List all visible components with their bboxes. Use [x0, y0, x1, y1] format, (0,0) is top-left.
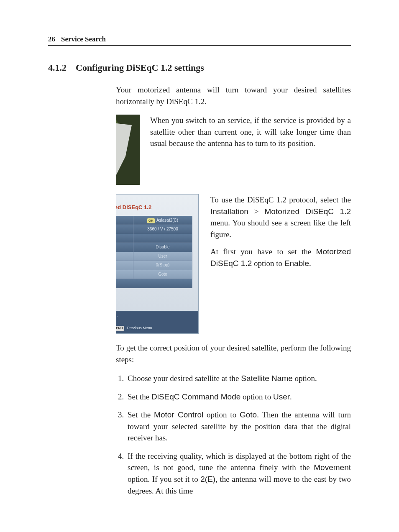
ui-value — [133, 234, 192, 243]
subsection-heading: 4.1.2 Configuring DiSEqC 1.2 settings — [48, 62, 351, 73]
ui-label: Service Search — [116, 279, 192, 288]
steps-list: Choose your desired satellite at the Sat… — [126, 373, 351, 496]
ui-value: Goto — [133, 270, 192, 279]
text: option to — [240, 392, 273, 401]
text: option. — [293, 374, 317, 383]
ui-value: User — [133, 252, 192, 261]
option-goto: Goto — [240, 410, 257, 419]
text: . — [290, 392, 292, 401]
photo-paragraph: When you switch to an service, if the se… — [116, 115, 351, 149]
ui-wrap: Motorized DiSEqC 1.2 Satellite Name OKAs… — [116, 194, 351, 334]
running-head: 26 Service Search — [48, 35, 351, 43]
text: > — [248, 207, 265, 216]
ui-value: OKAsiasat2(C) — [133, 216, 192, 225]
ui-label: Motor Control — [116, 270, 133, 279]
divider — [48, 45, 351, 46]
text: Set the — [128, 392, 151, 401]
text: menu. You should see a screen like the l… — [210, 218, 351, 239]
ui-label: LNB Setting — [116, 234, 133, 243]
body-column: Your motorized antenna will turn toward … — [116, 84, 351, 107]
step-2: Set the DiSEqC Command Mode option to Us… — [126, 391, 351, 403]
text: option. If you set it to — [128, 475, 200, 483]
ui-row-command-mode: DiSEqC Command Mode User — [116, 252, 192, 261]
text: . — [309, 259, 311, 268]
menu-path-installation: Installation — [210, 207, 248, 216]
option-command-mode: DiSEqC Command Mode — [151, 392, 240, 401]
ui-title: Motorized DiSEqC 1.2 — [116, 204, 192, 212]
ui-label: Movement — [116, 261, 133, 270]
menu-badge: MENU — [116, 326, 124, 331]
ui-label: Frequency — [116, 225, 133, 234]
option-user: User — [273, 392, 290, 401]
option-movement: Movement — [314, 463, 351, 472]
ui-row-frequency: Frequency 3660 / V / 27500 — [116, 225, 192, 234]
step-1: Choose your desired satellite at the Sat… — [126, 373, 351, 384]
ui-help-line1: Select the satellite name of the dish. — [116, 311, 198, 318]
intro-paragraph: Your motorized antenna will turn toward … — [116, 84, 351, 107]
antenna-photo — [116, 115, 140, 185]
ui-help-line2: Press OK to see the list. — [116, 318, 198, 325]
ui-value: Disable — [133, 243, 192, 252]
ui-row-movement: Movement 0(Stop) — [116, 261, 192, 270]
ui-help-text: Previous Menu — [127, 326, 152, 330]
ui-row-satellite-name: Satellite Name OKAsiasat2(C) — [116, 216, 192, 225]
ui-row-lnb: LNB Setting — [116, 234, 192, 243]
page-number: 26 — [48, 35, 55, 43]
ui-row-motor-control: Motor Control Goto — [116, 270, 192, 279]
ui-label: Satellite Name — [116, 216, 133, 225]
ui-rows: Satellite Name OKAsiasat2(C) Frequency 3… — [116, 216, 192, 288]
after-ui-block: To get the correct position of your desi… — [116, 342, 351, 496]
step-3: Set the Motor Control option to Goto. Th… — [126, 409, 351, 444]
step-4: If the receiving quality, which is displ… — [126, 450, 351, 496]
text: To use the DiSEqC 1.2 protocol, select t… — [210, 195, 351, 204]
ui-value-text: Asiasat2(C) — [156, 218, 178, 223]
text: option to — [252, 259, 284, 268]
heading-title: Configuring DiSEqC 1.2 settings — [76, 62, 204, 73]
option-enable: Enable — [284, 259, 309, 268]
heading-number: 4.1.2 — [48, 62, 66, 73]
section-title: Service Search — [61, 35, 106, 43]
text: Set the — [128, 410, 154, 419]
ui-value: 0(Stop) — [133, 261, 192, 270]
text: Choose your desired satellite at the — [128, 374, 241, 383]
ui-label: DiSEqC Command Mode — [116, 252, 133, 261]
option-satellite-name: Satellite Name — [241, 374, 293, 383]
ui-value: 3660 / V / 27500 — [133, 225, 192, 234]
text: At first you have to set the — [210, 247, 316, 256]
ok-badge: OK — [147, 218, 155, 223]
ui-label: Motorized DiSEqC 1.2 — [116, 243, 133, 252]
photo-wrap: When you switch to an service, if the se… — [116, 115, 351, 185]
option-2e: 2(E) — [200, 475, 215, 483]
ui-row-service-search: Service Search — [116, 279, 192, 288]
menu-path-motorized: Motorized DiSEqC 1.2 — [265, 207, 351, 216]
text: option to — [203, 410, 240, 419]
ui-help-line3: ◆Moves Item, OK Selects Item, MENU Previ… — [116, 325, 198, 333]
ui-row-motorized: Motorized DiSEqC 1.2 Disable — [116, 243, 192, 252]
page: 26 Service Search 4.1.2 Configuring DiSE… — [0, 0, 399, 528]
diseqc-menu-screenshot: Motorized DiSEqC 1.2 Satellite Name OKAs… — [116, 194, 199, 334]
after-ui-paragraph: To get the correct position of your desi… — [116, 342, 351, 365]
option-motor-control: Motor Control — [154, 410, 203, 419]
